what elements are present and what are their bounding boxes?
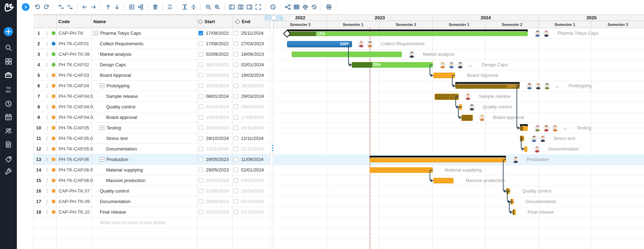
- name-cell[interactable]: Final release: [92, 207, 205, 217]
- row-menu-icon[interactable]: ⋮: [44, 60, 50, 70]
- row-menu-icon[interactable]: ⋮: [44, 175, 50, 186]
- row-menu-icon[interactable]: ⋮: [44, 91, 50, 101]
- delete-button[interactable]: [151, 2, 160, 12]
- start-date[interactable]: 20/03/2024: [206, 83, 229, 88]
- row-menu-icon[interactable]: ⋮: [44, 81, 50, 91]
- gantt-bar[interactable]: [461, 115, 473, 121]
- end-date[interactable]: 07/10/2024: [241, 209, 264, 215]
- more-assignees[interactable]: ...: [563, 125, 567, 130]
- start-milestone-checkbox[interactable]: [199, 94, 203, 99]
- start-date[interactable]: 17/08/2022: [206, 31, 229, 36]
- start-milestone-checkbox[interactable]: [199, 105, 203, 109]
- end-milestone-checkbox[interactable]: [234, 62, 238, 67]
- gantt-bar[interactable]: [370, 158, 506, 162]
- indent-button[interactable]: [127, 2, 136, 12]
- app-logo[interactable]: [0, 1, 17, 13]
- name-cell[interactable]: Pharma Tokyo Caps: [92, 28, 199, 38]
- end-date[interactable]: 28/10/2024: [241, 83, 264, 88]
- gantt-bar[interactable]: 100%: [435, 94, 459, 100]
- start-milestone-checkbox[interactable]: [199, 189, 203, 193]
- row-menu-icon[interactable]: ⋮: [44, 28, 50, 38]
- status-dot[interactable]: [52, 136, 56, 140]
- layout-right-button[interactable]: [245, 2, 254, 12]
- move-right-button[interactable]: [89, 2, 98, 12]
- end-milestone-checkbox[interactable]: [234, 147, 238, 151]
- start-milestone-checkbox[interactable]: [199, 210, 203, 214]
- row-menu-icon[interactable]: ⋮: [44, 144, 50, 154]
- end-date[interactable]: 02/01/2024: [241, 167, 264, 173]
- start-milestone-checkbox[interactable]: [199, 41, 203, 46]
- gantt-bar[interactable]: [510, 199, 514, 204]
- code-cell[interactable]: PH-TK-CAP.01: [57, 39, 93, 49]
- start-date[interactable]: 10/04/2024: [206, 115, 229, 120]
- start-date[interactable]: 26/09/2024: [206, 199, 229, 204]
- collapse-all-button[interactable]: [189, 2, 198, 12]
- end-milestone-checkbox[interactable]: [234, 73, 238, 78]
- status-dot[interactable]: [52, 126, 56, 130]
- row-menu-icon[interactable]: ⋮: [44, 186, 50, 196]
- code-cell[interactable]: PH-TK-CAP.05: [57, 123, 93, 133]
- collapse-box-icon[interactable]: [100, 126, 104, 130]
- name-cell[interactable]: Board approval: [92, 112, 212, 122]
- start-milestone-checkbox[interactable]: [199, 147, 203, 151]
- move-up-button[interactable]: [104, 2, 112, 12]
- summary-bar[interactable]: [520, 124, 528, 126]
- end-date[interactable]: 25/11/2024: [241, 125, 264, 130]
- name-cell[interactable]: Market analysis: [92, 49, 205, 59]
- code-cell[interactable]: CAP-PH-TK.07: [57, 186, 93, 196]
- status-dot[interactable]: [52, 105, 56, 109]
- sidebar-item-dashboard[interactable]: [0, 55, 17, 67]
- name-cell[interactable]: Production: [92, 154, 205, 164]
- start-date[interactable]: 12/09/2024: [206, 188, 229, 194]
- end-milestone-checkbox[interactable]: [234, 210, 238, 214]
- more-assignees[interactable]: ...: [468, 62, 472, 67]
- name-cell[interactable]: Prototyping: [92, 81, 205, 91]
- start-date[interactable]: 01/04/2024: [206, 104, 229, 109]
- start-date[interactable]: 03/01/2024: [206, 178, 229, 183]
- status-dot[interactable]: [52, 63, 56, 67]
- row-menu-icon[interactable]: ⋮: [44, 39, 50, 49]
- start-date[interactable]: 29/10/2024: [206, 136, 229, 141]
- name-cell[interactable]: Documentation: [92, 196, 205, 207]
- code-cell[interactable]: PH-TK-CAP.04: [57, 81, 93, 91]
- end-date[interactable]: 17/05/2024: [241, 115, 264, 120]
- sidebar-item-users[interactable]: [0, 125, 17, 137]
- status-dot[interactable]: [52, 157, 56, 161]
- row-menu-icon[interactable]: ⋮: [44, 196, 50, 207]
- start-date[interactable]: 08/01/2024: [206, 94, 229, 99]
- start-date[interactable]: 29/05/2023: [206, 157, 229, 162]
- end-milestone-checkbox[interactable]: [234, 136, 238, 141]
- code-cell[interactable]: PH-TK-CAP.04.02: [57, 102, 93, 112]
- end-milestone-checkbox[interactable]: [234, 178, 238, 183]
- end-milestone-checkbox[interactable]: [234, 115, 238, 120]
- gantt-bar[interactable]: [433, 178, 454, 183]
- status-dot[interactable]: [52, 200, 56, 203]
- code-cell[interactable]: PH-TK-CAP.06: [57, 154, 93, 164]
- slider-knob[interactable]: [272, 16, 276, 20]
- end-date[interactable]: 29/03/2024: [241, 94, 264, 99]
- start-milestone-checkbox[interactable]: [199, 199, 203, 204]
- panel-toggle-button[interactable]: [22, 3, 30, 11]
- gantt-bar[interactable]: [520, 126, 528, 131]
- start-milestone-checkbox[interactable]: [199, 52, 203, 56]
- row-menu-icon[interactable]: ⋮: [44, 165, 50, 175]
- name-cell[interactable]: Design Caps: [92, 60, 205, 70]
- end-date[interactable]: 21/11/2024: [241, 146, 264, 152]
- slider-right-chevron-icon[interactable]: ›: [281, 16, 282, 20]
- sidebar-item-calendar[interactable]: 31: [0, 111, 17, 123]
- start-date[interactable]: 28/03/2023: [206, 62, 229, 67]
- start-date[interactable]: 29/05/2023: [206, 167, 229, 173]
- gantt-bar[interactable]: 100%: [455, 84, 520, 89]
- start-date[interactable]: 03/10/2024: [206, 209, 229, 215]
- start-date[interactable]: 03/01/2024: [206, 73, 229, 78]
- move-left-button[interactable]: [80, 2, 89, 12]
- status-dot[interactable]: [52, 31, 56, 35]
- print-button[interactable]: [324, 2, 333, 12]
- code-cell[interactable]: PH-TK-CAP.04.03: [57, 112, 93, 122]
- redo-button[interactable]: [42, 2, 51, 12]
- table-view-button[interactable]: [292, 2, 301, 12]
- start-date[interactable]: 17/08/2022: [206, 41, 229, 46]
- start-milestone-checkbox[interactable]: [199, 178, 203, 183]
- workload-button[interactable]: [301, 2, 310, 12]
- gantt-bar[interactable]: 12%: [287, 32, 528, 36]
